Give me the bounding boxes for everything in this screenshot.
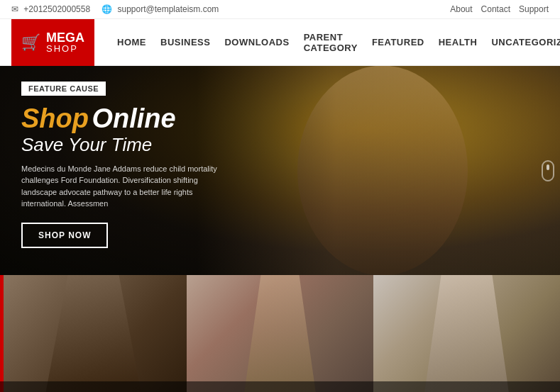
hero-title: Shop Online — [21, 104, 220, 134]
top-bar-contact: ✉ +2012502000558 🌐 support@templateism.c… — [11, 4, 219, 14]
logo-text: MEGA SHOP — [46, 31, 84, 53]
logo-cart-icon: 🛒 — [21, 33, 40, 52]
phone-info: ✉ +2012502000558 — [11, 4, 90, 14]
men-overlay: MEN — [0, 381, 187, 392]
hero-section: FEATURE CAUSE Shop Online Save Your Time… — [0, 66, 560, 275]
red-accent — [0, 275, 4, 392]
women-overlay: WOMEN — [187, 381, 373, 392]
hero-description: Medecins du Monde Jane Addams reduce chi… — [21, 163, 220, 210]
logo[interactable]: 🛒 MEGA SHOP — [11, 19, 94, 66]
nav-home[interactable]: HOME — [111, 34, 152, 50]
nav-downloads[interactable]: DOWNLOADS — [219, 34, 295, 50]
phone-icon: ✉ — [11, 4, 18, 14]
hero-subtitle: Save Your Time — [21, 134, 220, 156]
category-men[interactable]: MEN — [0, 275, 187, 392]
scroll-indicator — [542, 160, 554, 181]
nav-health[interactable]: HEALTH — [433, 34, 483, 50]
nav-business[interactable]: BUSINESS — [155, 34, 216, 50]
email-info: 🌐 support@templateism.com — [101, 4, 219, 14]
feature-badge: FEATURE CAUSE — [21, 82, 106, 96]
scroll-dot — [547, 164, 549, 170]
contact-link[interactable]: Contact — [481, 4, 510, 14]
hero-content: FEATURE CAUSE Shop Online Save Your Time… — [0, 66, 241, 264]
nav-featured[interactable]: FEATURED — [366, 34, 430, 50]
about-link[interactable]: About — [450, 4, 472, 14]
main-nav: HOME BUSINESS DOWNLOADS PARENT CATEGORY … — [94, 29, 560, 56]
category-kids[interactable]: KIDS — [373, 275, 560, 392]
kids-overlay: KIDS — [373, 381, 560, 392]
shop-now-button[interactable]: SHOP NOW — [21, 223, 108, 248]
globe-icon: 🌐 — [101, 4, 112, 14]
header: 🛒 MEGA SHOP HOME BUSINESS DOWNLOADS PARE… — [0, 19, 560, 66]
category-grid: MEN WOMEN KIDS — [0, 275, 560, 392]
nav-parent-category[interactable]: PARENT CATEGORY — [298, 29, 363, 56]
women-person-image — [216, 275, 344, 392]
category-women[interactable]: WOMEN — [187, 275, 373, 392]
men-person-image — [30, 275, 158, 392]
nav-uncategorized[interactable]: UNCATEGORIZED — [485, 34, 560, 50]
support-link[interactable]: Support — [519, 4, 549, 14]
top-bar: ✉ +2012502000558 🌐 support@templateism.c… — [0, 0, 560, 19]
kids-person-image — [403, 275, 531, 392]
top-bar-nav: About Contact Support — [450, 4, 549, 14]
